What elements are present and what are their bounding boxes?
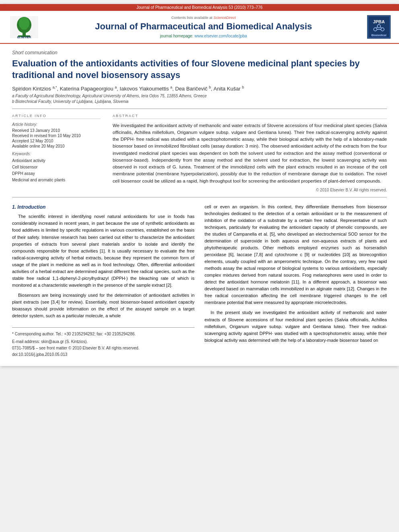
journal-title: Journal of Pharmaceutical and Biomedical… bbox=[40, 21, 367, 32]
copyright-line: © 2010 Elsevier B.V. All rights reserved… bbox=[113, 188, 387, 192]
journal-header-center: Contents lists available at ScienceDirec… bbox=[40, 16, 367, 38]
elsevier-logo: ELSEVIER bbox=[8, 16, 40, 38]
divider-top bbox=[12, 109, 387, 109]
article-type: Short communication bbox=[12, 50, 387, 55]
contents-text: Contents lists available at bbox=[171, 16, 212, 20]
article-title: Evaluation of the antioxidants activitie… bbox=[12, 58, 387, 81]
main-content: Short communication Evaluation of the an… bbox=[0, 44, 399, 366]
elsevier-tree-icon: ELSEVIER bbox=[10, 16, 38, 38]
footnotes: * Corresponding author. Tel.: +30 210529… bbox=[12, 327, 195, 358]
page: Journal of Pharmaceutical and Biomedical… bbox=[0, 4, 399, 366]
history-label: Article history: bbox=[12, 122, 101, 127]
article-info-panel: ARTICLE INFO Article history: Received 1… bbox=[12, 114, 101, 192]
jpba-logo-icon: JPBA Biomedical bbox=[367, 15, 391, 39]
keywords-label: Keywords: bbox=[12, 152, 101, 156]
svg-text:JPBA: JPBA bbox=[373, 19, 385, 24]
accepted-date: Accepted 12 May 2010 bbox=[12, 139, 101, 143]
journal-citation-bar: Journal of Pharmaceutical and Biomedical… bbox=[0, 4, 399, 11]
intro-para-2: Biosensors are being increasingly used f… bbox=[12, 292, 195, 319]
affiliation-b: b Biotechnical Faculty, University of Lj… bbox=[12, 99, 387, 104]
authors: Spiridon Kintzios a,*, Katerina Papageor… bbox=[12, 85, 387, 91]
divider-bottom bbox=[12, 197, 387, 197]
svg-text:ELSEVIER: ELSEVIER bbox=[17, 36, 31, 38]
journal-citation-text: Journal of Pharmaceutical and Biomedical… bbox=[136, 5, 263, 10]
body-right-col: cell or even an organism. In this contex… bbox=[205, 203, 387, 358]
right-para-1: cell or even an organism. In this contex… bbox=[205, 203, 387, 306]
intro-section-title: 1. Introduction bbox=[12, 203, 195, 211]
homepage-label: journal homepage: bbox=[160, 34, 193, 38]
svg-point-3 bbox=[19, 17, 29, 30]
available-date: Available online 20 May 2010 bbox=[12, 144, 101, 148]
info-section: ARTICLE INFO Article history: Received 1… bbox=[12, 114, 387, 192]
article-dates: Received 13 January 2010 Received in rev… bbox=[12, 128, 101, 148]
revised-date: Received in revised from 10 May 2010 bbox=[12, 134, 101, 138]
body-columns: 1. Introduction The scientific interest … bbox=[12, 203, 387, 358]
sciencedirect-link[interactable]: ScienceDirect bbox=[214, 16, 236, 20]
body-left-col: 1. Introduction The scientific interest … bbox=[12, 203, 195, 358]
keyword-3: DPPH assay bbox=[12, 170, 101, 177]
homepage-url[interactable]: www.elsevier.com/locate/jpba bbox=[195, 34, 247, 38]
right-para-2: In the present study we investigated the… bbox=[205, 309, 387, 343]
keyword-2: Cell biosensor bbox=[12, 164, 101, 170]
article-info-header: ARTICLE INFO bbox=[12, 114, 101, 119]
svg-text:Biomedical: Biomedical bbox=[371, 34, 386, 37]
received-date: Received 13 January 2010 bbox=[12, 128, 101, 133]
authors-text: Spiridon Kintzios a,*, Katerina Papageor… bbox=[12, 86, 244, 92]
keywords-list: Antioxidant activity Cell biosensor DPPH… bbox=[12, 158, 101, 183]
footnote-issn: 0731-7085/$ – see front matter © 2010 El… bbox=[12, 345, 195, 351]
intro-para-1: The scientific interest in identifying n… bbox=[12, 213, 195, 289]
jpba-logo: JPBA Biomedical bbox=[367, 15, 391, 39]
sciencedirect-line: Contents lists available at ScienceDirec… bbox=[40, 16, 367, 20]
footnote-star: * Corresponding author. Tel.: +30 210529… bbox=[12, 331, 195, 337]
abstract-section: ABSTRACT We investigated the antioxidant… bbox=[113, 114, 387, 192]
journal-header: ELSEVIER Contents lists available at Sci… bbox=[0, 11, 399, 44]
keyword-4: Medicinal and aromatic plants bbox=[12, 177, 101, 183]
abstract-text: We investigated the antioxidant activity… bbox=[113, 122, 387, 185]
keyword-1: Antioxidant activity bbox=[12, 158, 101, 164]
affiliation-a: a Faculty of Agricultural Biotechnology,… bbox=[12, 94, 387, 98]
journal-homepage: journal homepage: www.elsevier.com/locat… bbox=[40, 34, 367, 38]
abstract-header: ABSTRACT bbox=[113, 114, 387, 119]
footnote-email: E-mail address: skin@aua.gr (S. Kintzios… bbox=[12, 339, 195, 345]
footnote-doi: doi:10.1016/j.jpba.2010.05.013 bbox=[12, 351, 195, 358]
